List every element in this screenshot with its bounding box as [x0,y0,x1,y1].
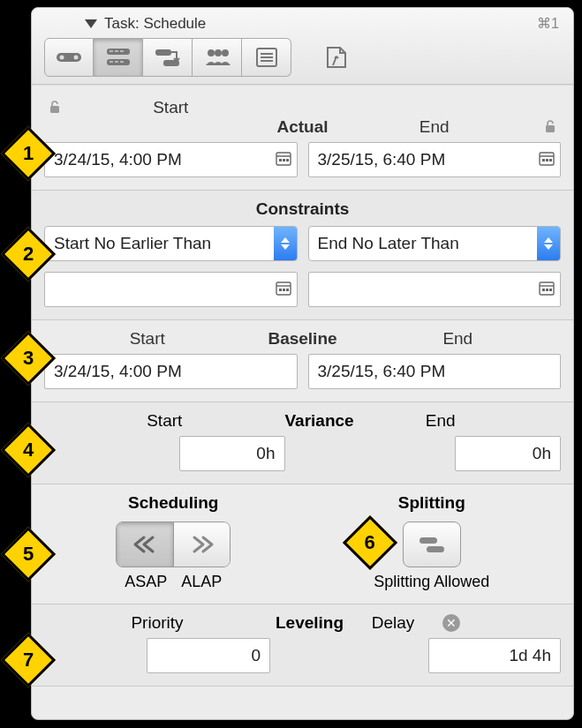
actual-end-value: 3/25/15, 6:40 PM [318,150,540,169]
constraint-end-date-field[interactable] [308,272,562,307]
calendar-icon[interactable] [276,280,291,300]
svg-rect-14 [50,106,59,113]
asap-button[interactable] [117,522,173,567]
svg-rect-30 [286,289,289,291]
svg-rect-36 [419,537,437,544]
variance-end-field: 0h [455,436,561,471]
svg-rect-34 [546,289,548,291]
baseline-start-label: Start [44,329,250,349]
svg-rect-23 [542,159,545,161]
splitting-title: Splitting [303,493,562,513]
keyboard-shortcut: ⌘1 [537,15,559,32]
svg-point-2 [74,56,79,60]
tab-task-info[interactable] [44,38,94,77]
svg-rect-33 [542,289,545,291]
clear-delay-button[interactable]: ✕ [442,614,460,632]
callout-3: 3 [9,339,48,378]
tab-schedule[interactable] [94,38,143,77]
leveling-delay-label: Delay [349,613,437,633]
constraint-end-select[interactable]: End No Later Than [308,226,562,261]
inspector-panel: Task: Schedule ⌘1 [31,7,574,720]
callout-4: 4 [9,431,48,469]
calendar-icon[interactable] [539,280,555,300]
stepper-icon [537,227,560,260]
actual-end-field[interactable]: 3/25/15, 6:40 PM [308,142,562,177]
alap-label: ALAP [181,573,222,591]
actual-title: Actual [276,117,329,137]
constraints-title: Constraints [44,199,561,219]
callout-2: 2 [9,235,48,274]
callout-5: 5 [9,535,48,574]
constraint-end-option: End No Later Than [309,234,538,253]
variance-start-field: 0h [179,436,285,471]
svg-point-1 [60,56,64,60]
inspector-toolbar [41,38,564,77]
section-constraints: Constraints Start No Earlier Than End No… [32,191,573,320]
callout-7: 7 [9,641,48,679]
baseline-end-value: 3/25/15, 6:40 PM [318,362,556,381]
actual-start-label: Start [65,98,276,117]
svg-point-8 [215,49,222,56]
leveling-priority-value: 0 [251,646,261,665]
splitting-toggle[interactable] [403,522,461,567]
lock-end-icon[interactable] [540,119,561,135]
leveling-title: Leveling [276,613,344,633]
section-leveling: Priority Leveling Delay ✕ 0 1d 4h [32,604,573,687]
svg-rect-19 [283,159,285,161]
tab-notes[interactable] [242,38,291,77]
svg-rect-15 [546,125,555,132]
svg-rect-25 [549,159,552,161]
leveling-priority-label: Priority [44,613,270,633]
svg-rect-37 [427,546,444,552]
tab-custom-data[interactable] [311,38,360,77]
disclosure-triangle-icon[interactable] [85,19,97,28]
svg-rect-5 [155,49,171,56]
baseline-end-label: End [355,329,561,349]
svg-rect-35 [549,289,552,291]
tab-resources[interactable] [193,38,242,77]
svg-point-7 [208,49,215,56]
calendar-icon[interactable] [539,150,555,170]
baseline-start-value: 3/24/15, 4:00 PM [54,362,291,381]
actual-start-field[interactable]: 3/24/15, 4:00 PM [44,142,298,177]
svg-rect-29 [283,289,285,291]
variance-end-label: End [321,411,562,431]
leveling-delay-field[interactable]: 1d 4h [428,638,561,673]
svg-rect-28 [279,289,282,291]
baseline-end-field[interactable]: 3/25/15, 6:40 PM [308,354,562,389]
svg-rect-24 [546,159,548,161]
section-scheduling-splitting: Scheduling ASAP ALAP Splitting [32,484,573,604]
leveling-delay-value: 1d 4h [509,646,551,665]
variance-end-value: 0h [533,444,551,463]
constraint-start-select[interactable]: Start No Earlier Than [44,226,298,261]
baseline-title: Baseline [250,329,354,349]
alap-button[interactable] [173,522,230,567]
constraint-start-date-field[interactable] [44,272,298,307]
stepper-icon [274,227,297,260]
constraint-start-option: Start No Earlier Than [45,234,274,253]
svg-rect-20 [286,159,289,161]
inspector-header: Task: Schedule ⌘1 [32,8,573,85]
variance-start-value: 0h [256,444,275,463]
section-variance: Start Variance End 0h 0h [32,402,573,484]
section-baseline: Start Baseline End 3/24/15, 4:00 PM 3/25… [32,320,573,402]
actual-end-label: End [329,117,540,137]
leveling-priority-field[interactable]: 0 [147,638,270,673]
inspector-title: Task: Schedule [104,15,206,33]
callout-6: 6 [351,523,389,562]
asap-label: ASAP [125,573,167,591]
section-actual: Start Actual End 3/24/15, 4:00 PM 3/25/1… [32,85,573,191]
splitting-allowed-label: Splitting Allowed [303,573,562,591]
variance-title: Variance [285,411,321,431]
scheduling-segment [116,522,231,567]
tab-dependencies[interactable] [143,38,193,77]
variance-start-label: Start [44,411,285,431]
scheduling-title: Scheduling [44,493,303,513]
lock-start-icon[interactable] [44,100,65,116]
callout-1: 1 [9,134,48,173]
svg-rect-18 [279,159,282,161]
actual-start-value: 3/24/15, 4:00 PM [54,150,276,169]
baseline-start-field[interactable]: 3/24/15, 4:00 PM [44,354,298,389]
calendar-icon[interactable] [276,150,291,170]
svg-point-9 [222,49,229,56]
